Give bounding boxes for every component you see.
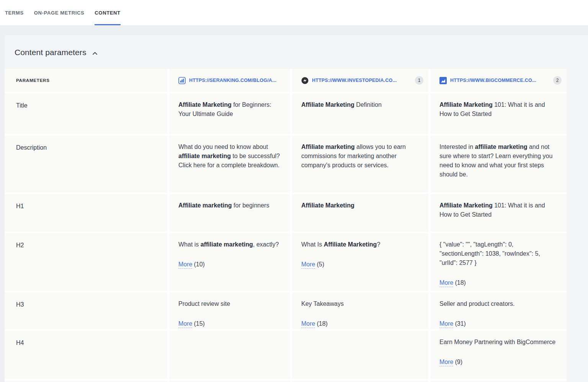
table-cell: Earn Money Partnering with BigCommerceMo… xyxy=(430,331,567,379)
table-cell: { "value": "", "tagLength": 0, "sectionL… xyxy=(430,233,567,291)
cell-text: Affiliate marketing for beginners xyxy=(178,201,281,210)
url-link[interactable]: HTTPS://SERANKING.COM/BLOG/A... xyxy=(189,76,276,85)
cell-text: Seller and product creators. xyxy=(439,299,557,309)
cell-text: What Is Affiliate Marketing? xyxy=(301,240,419,249)
investopedia-favicon-icon xyxy=(301,77,309,84)
parameters-column-header: PARAMETERS xyxy=(5,69,167,92)
panel-title: Content parameters xyxy=(15,47,87,58)
table-cell: Affiliate Marketing for Beginners: Your … xyxy=(169,93,290,134)
url-column-header: HTTPS://WWW.INVESTOPEDIA.CO...1 xyxy=(292,69,428,92)
cell-text: Earn Money Partnering with BigCommerce xyxy=(439,338,557,347)
more-count: (18) xyxy=(317,320,327,327)
more-link[interactable]: More xyxy=(178,320,192,328)
cell-text: What do you need to know about affiliate… xyxy=(178,142,281,170)
content-parameters-table: PARAMETERSHTTPS://SERANKING.COM/BLOG/A..… xyxy=(5,69,567,382)
cell-text: Affiliate Marketing Definition xyxy=(301,100,419,109)
table-cell xyxy=(430,380,567,382)
tab-content-label: CONTENT xyxy=(95,10,120,16)
table-cell xyxy=(169,331,290,379)
cell-text: Affiliate Marketing for Beginners: Your … xyxy=(178,100,281,119)
more-link[interactable]: More xyxy=(301,261,315,269)
url-column-header: HTTPS://SERANKING.COM/BLOG/A... xyxy=(169,69,290,92)
more-row: More(15) xyxy=(178,319,281,328)
table-cell xyxy=(292,331,428,379)
parameter-label: Description xyxy=(5,135,167,193)
tab-terms-label: TERMS xyxy=(5,10,24,16)
competitor-rank-badge: 2 xyxy=(553,76,562,85)
url-link[interactable]: HTTPS://WWW.BIGCOMMERCE.CO... xyxy=(450,76,536,85)
table-cell: Product review siteMore(15) xyxy=(169,292,290,329)
more-row: More(9) xyxy=(439,358,557,367)
url-column-header: HTTPS://WWW.BIGCOMMERCE.CO...2 xyxy=(430,69,567,92)
cell-text: Interested in affiliate marketing and no… xyxy=(439,142,557,179)
tab-terms[interactable]: TERMS xyxy=(5,0,24,25)
more-count: (31) xyxy=(455,320,466,327)
cell-text: Affiliate Marketing xyxy=(301,201,419,210)
more-count: (10) xyxy=(194,261,204,268)
cell-text: Product review site xyxy=(178,299,281,309)
parameter-label: H1 xyxy=(5,194,167,232)
more-count: (15) xyxy=(194,320,204,327)
tab-on-page-metrics-label: ON-PAGE METRICS xyxy=(34,10,85,16)
more-link[interactable]: More xyxy=(301,320,315,328)
tabs-bar: TERMS ON-PAGE METRICS CONTENT xyxy=(0,0,588,25)
table-cell: Affiliate Marketing Definition xyxy=(292,93,428,134)
more-row: More(18) xyxy=(301,319,419,328)
table-cell: What Is Affiliate Marketing?More(5) xyxy=(292,233,428,291)
parameter-label: Title xyxy=(5,93,167,134)
cell-text: Key Takeaways xyxy=(301,299,419,309)
tab-on-page-metrics[interactable]: ON-PAGE METRICS xyxy=(34,0,85,25)
more-row: More(5) xyxy=(301,260,419,269)
collapse-section-button[interactable] xyxy=(92,49,98,57)
more-count: (5) xyxy=(317,261,324,268)
tab-content[interactable]: CONTENT xyxy=(95,0,120,25)
more-link[interactable]: More xyxy=(439,320,453,328)
cell-text: Affiliate Marketing 101: What it is and … xyxy=(439,201,557,219)
table-cell: What do you need to know about affiliate… xyxy=(169,135,290,193)
cell-text: Affiliate Marketing 101: What it is and … xyxy=(439,100,557,119)
more-link[interactable]: More xyxy=(439,359,453,366)
chevron-up-icon xyxy=(92,50,98,57)
table-cell: Affiliate Marketing xyxy=(292,194,428,232)
cell-text: What is affiliate marketing, exactly? xyxy=(178,240,281,249)
bigcommerce-favicon-icon xyxy=(439,77,447,84)
parameter-label: H3 xyxy=(5,292,167,329)
more-count: (9) xyxy=(455,359,462,365)
seranking-favicon-icon xyxy=(178,77,186,84)
table-cell: Affiliate marketing for beginners xyxy=(169,194,290,232)
content-parameters-panel: Content parameters PARAMETERSHTTPS://SER… xyxy=(5,35,588,382)
table-cell xyxy=(169,380,290,382)
cell-text: Affiliate marketing allows you to earn c… xyxy=(301,142,419,170)
table-cell: Affiliate marketing allows you to earn c… xyxy=(292,135,428,193)
competitor-rank-badge: 1 xyxy=(415,76,423,85)
table-cell: Key TakeawaysMore(18) xyxy=(292,292,428,329)
more-link[interactable]: More xyxy=(439,279,453,287)
more-row: More(18) xyxy=(439,278,557,287)
table-cell xyxy=(292,380,428,382)
table-cell: Affiliate Marketing 101: What it is and … xyxy=(430,194,567,232)
more-count: (18) xyxy=(455,279,466,286)
url-link[interactable]: HTTPS://WWW.INVESTOPEDIA.CO... xyxy=(312,76,397,85)
more-row: More(10) xyxy=(178,260,281,269)
table-cell: Interested in affiliate marketing and no… xyxy=(430,135,567,193)
panel-header: Content parameters xyxy=(5,35,588,69)
table-cell: Seller and product creators.More(31) xyxy=(430,292,567,329)
more-row: More(31) xyxy=(439,319,557,328)
more-link[interactable]: More xyxy=(178,261,192,269)
page-background: Content parameters PARAMETERSHTTPS://SER… xyxy=(0,25,588,382)
cell-text: { "value": "", "tagLength": 0, "sectionL… xyxy=(439,240,557,268)
table-cell xyxy=(5,380,167,382)
table-cell: Affiliate Marketing 101: What it is and … xyxy=(430,93,567,134)
table-cell: What is affiliate marketing, exactly?Mor… xyxy=(169,233,290,291)
parameter-label: H2 xyxy=(5,233,167,291)
parameter-label: H4 xyxy=(5,331,167,379)
